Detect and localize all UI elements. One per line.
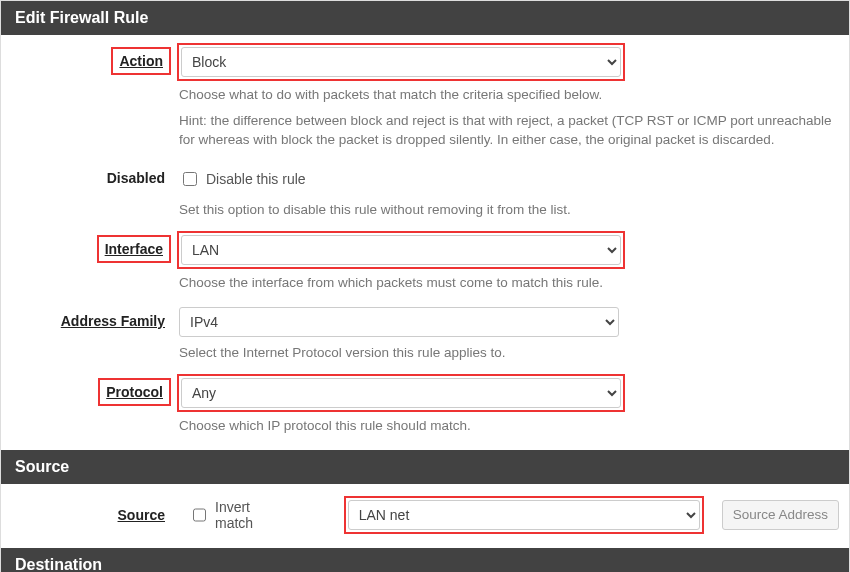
help-action-2: Hint: the difference between block and r… [179,111,839,150]
checkbox-disable-rule-input[interactable] [183,172,197,186]
help-address-family: Select the Internet Protocol version thi… [179,343,839,363]
select-protocol[interactable]: Any [181,378,621,408]
section-header-edit-rule: Edit Firewall Rule [1,1,849,35]
section-header-source: Source [1,450,849,484]
row-source: Source Invert match LAN net Source Addre… [1,484,849,548]
select-address-family[interactable]: IPv4 [179,307,619,337]
checkbox-source-invert[interactable]: Invert match [189,500,276,530]
checkbox-disable-rule[interactable]: Disable this rule [179,164,306,194]
highlight-protocol-select: Any [177,374,625,412]
row-protocol: Protocol Any Choose which IP protocol th… [1,366,849,450]
highlight-action-label: Action [111,47,171,75]
checkbox-disable-rule-label: Disable this rule [206,171,306,187]
label-action: Action [11,45,179,71]
row-address-family: Address Family IPv4 Select the Internet … [1,297,849,367]
row-interface: Interface LAN Choose the interface from … [1,223,849,297]
label-disabled: Disabled [11,164,179,186]
checkbox-source-invert-input[interactable] [193,508,206,522]
row-disabled: Disabled Disable this rule Set this opti… [1,154,849,224]
select-interface[interactable]: LAN [181,235,621,265]
help-interface: Choose the interface from which packets … [179,273,839,293]
highlight-source-select: LAN net [344,496,704,534]
highlight-interface-label: Interface [97,235,171,263]
help-protocol: Choose which IP protocol this rule shoul… [179,416,839,436]
help-action-1: Choose what to do with packets that matc… [179,85,839,105]
highlight-protocol-label: Protocol [98,378,171,406]
highlight-interface-select: LAN [177,231,625,269]
help-disabled: Set this option to disable this rule wit… [179,200,839,220]
select-source[interactable]: LAN net [348,500,700,530]
label-interface: Interface [11,233,179,259]
label-source: Source [11,507,179,523]
select-action[interactable]: Block [181,47,621,77]
label-address-family: Address Family [11,307,179,329]
button-source-address[interactable]: Source Address [722,500,839,530]
highlight-action-select: Block [177,43,625,81]
label-protocol: Protocol [11,376,179,402]
checkbox-source-invert-label: Invert match [215,499,276,531]
row-action: Action Block Choose what to do with pack… [1,35,849,154]
section-header-destination: Destination [1,548,849,572]
